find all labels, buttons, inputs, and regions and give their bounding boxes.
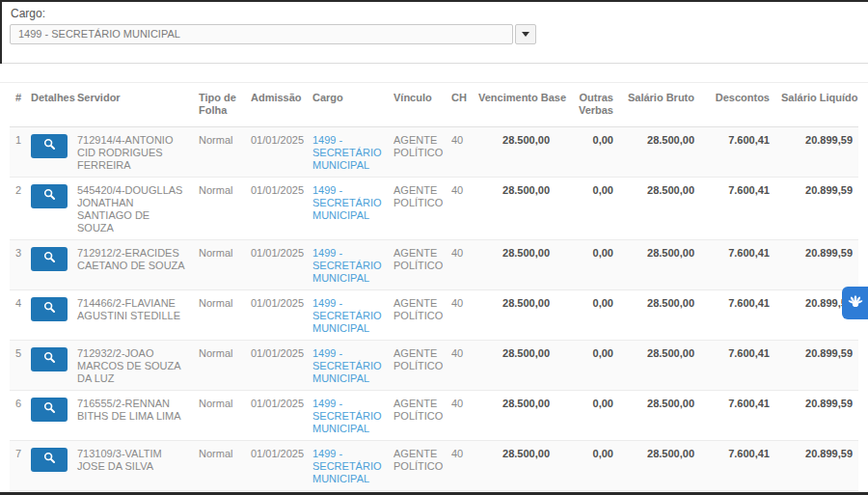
row-number: 5 [10,340,25,390]
cell-admissao: 01/01/2025 [245,390,307,440]
cell-detalhes [25,340,71,390]
details-button[interactable] [31,247,68,271]
details-button[interactable] [31,347,68,371]
cell-admissao: 01/01/2025 [245,239,307,289]
cell-servidor: 712914/4-ANTONIO CID RODRIGUES FERREIRA [71,126,193,177]
details-button[interactable] [31,398,68,422]
cargo-select-arrow-button[interactable] [515,24,536,44]
cell-vinculo: AGENTE POLÍTICO [388,440,446,490]
cell-detalhes [25,239,71,289]
col-header-ch: CH [446,83,473,126]
cargo-link[interactable]: 1499 - SECRETÁRIO MUNICIPAL [312,398,382,435]
col-header-admissao: Admissão [245,83,307,126]
cell-servidor: 545420/4-DOUGLLAS JONATHAN SANTIAGO DE S… [71,177,193,239]
cell-outras-verbas: 0,00 [556,126,619,177]
cell-tipo-folha: Normal [193,239,245,289]
col-header-detalhes: Detalhes [25,83,71,126]
details-button[interactable] [31,297,68,321]
cell-salario-liquido: 20.899,59 [775,177,858,239]
cell-salario-bruto: 28.500,00 [619,289,700,340]
caret-down-icon [522,32,529,37]
col-header-tipo-folha: Tipo de Folha [193,83,245,126]
table-body: 1 712914/4-ANTONIO CID RODRIGUES FERREIR… [10,126,858,490]
cell-salario-liquido: 20.899,59 [775,126,858,177]
cell-ch: 40 [446,239,473,289]
left-border-line [0,0,2,64]
cargo-link[interactable]: 1499 - SECRETÁRIO MUNICIPAL [312,184,382,222]
col-header-descontos: Descontos [700,83,775,126]
cell-cargo: 1499 - SECRETÁRIO MUNICIPAL [307,126,388,177]
row-number: 1 [10,126,25,177]
cell-cargo: 1499 - SECRETÁRIO MUNICIPAL [307,177,388,239]
details-button[interactable] [31,184,68,208]
col-header-cargo: Cargo [307,83,388,126]
magnifier-icon [43,351,56,367]
cell-tipo-folha: Normal [193,177,245,239]
cell-salario-bruto: 28.500,00 [619,239,700,289]
payroll-table: # Detalhes Servidor Tipo de Folha Admiss… [10,83,858,495]
cell-servidor: 716555/2-RENNAN BITHS DE LIMA LIMA [71,390,193,440]
top-border-line [0,0,868,2]
filter-panel: Cargo: 1499 - SECRETÁRIO MUNICIPAL [0,0,868,64]
table-row: 1 712914/4-ANTONIO CID RODRIGUES FERREIR… [10,126,858,177]
cell-detalhes [25,289,71,340]
cargo-link[interactable]: 1499 - SECRETÁRIO MUNICIPAL [312,134,382,172]
cell-admissao: 01/01/2025 [245,177,307,239]
magnifier-icon [43,188,56,204]
table-header: # Detalhes Servidor Tipo de Folha Admiss… [10,83,858,126]
cargo-link[interactable]: 1499 - SECRETÁRIO MUNICIPAL [312,448,382,485]
cell-admissao: 01/01/2025 [245,289,307,340]
col-header-vinculo: Vínculo [388,83,446,126]
cell-vinculo: AGENTE POLÍTICO [388,177,446,239]
cell-admissao: 01/01/2025 [245,126,307,177]
table-row: 6 716555/2-RENNAN BITHS DE LIMA LIMA Nor… [10,390,858,440]
magnifier-icon [43,452,56,467]
cell-admissao: 01/01/2025 [245,340,307,390]
cell-outras-verbas: 0,00 [556,390,619,440]
cargo-select[interactable]: 1499 - SECRETÁRIO MUNICIPAL [10,24,536,44]
cargo-link[interactable]: 1499 - SECRETÁRIO MUNICIPAL [312,347,382,385]
cell-detalhes [25,177,71,239]
cell-detalhes [25,390,71,440]
details-button[interactable] [31,448,68,472]
cell-servidor: 712912/2-ERACIDES CAETANO DE SOUZA [71,239,193,289]
cell-vencimento-base: 28.500,00 [473,289,556,340]
row-number: 6 [10,390,25,440]
cell-descontos: 7.600,41 [700,239,775,289]
cell-tipo-folha: Normal [193,390,245,440]
cell-tipo-folha: Normal [193,289,245,340]
cell-vencimento-base: 28.500,00 [473,340,556,390]
cell-vinculo: AGENTE POLÍTICO [388,390,446,440]
cell-salario-bruto: 28.500,00 [619,390,700,440]
col-header-vencimento-base: Vencimento Base [473,83,556,126]
cargo-filter-label: Cargo: [11,7,858,20]
cell-servidor: 712932/2-JOAO MARCOS DE SOUZA DA LUZ [71,340,193,390]
cell-outras-verbas: 0,00 [556,340,619,390]
cell-outras-verbas: 0,00 [556,440,619,490]
vlibras-accessibility-button[interactable] [842,287,868,319]
cell-vinculo: AGENTE POLÍTICO [388,239,446,289]
cell-salario-liquido: 20.899,59 [775,340,858,390]
cell-salario-bruto: 28.500,00 [619,126,700,177]
cargo-link[interactable]: 1499 - SECRETÁRIO MUNICIPAL [312,297,382,335]
table-row: 4 714466/2-FLAVIANE AGUSTINI STEDILLE No… [10,289,858,340]
cell-detalhes [25,440,71,490]
col-header-salario-bruto: Salário Bruto [619,83,700,126]
cargo-select-value[interactable]: 1499 - SECRETÁRIO MUNICIPAL [10,24,513,44]
cell-admissao: 01/01/2025 [245,440,307,490]
magnifier-icon [43,301,56,316]
cell-salario-bruto: 28.500,00 [619,440,700,490]
cell-vencimento-base: 28.500,00 [473,390,556,440]
cell-cargo: 1499 - SECRETÁRIO MUNICIPAL [307,440,388,490]
cell-salario-bruto: 28.500,00 [619,177,700,239]
cell-servidor: 713109/3-VALTIM JOSE DA SILVA [71,440,193,490]
cell-ch: 40 [446,289,473,340]
payroll-table-container: # Detalhes Servidor Tipo de Folha Admiss… [0,82,868,495]
details-button[interactable] [31,134,68,158]
cell-salario-liquido: 20.899,59 [775,440,858,490]
cell-cargo: 1499 - SECRETÁRIO MUNICIPAL [307,340,388,390]
cell-ch: 40 [446,126,473,177]
magnifier-icon [43,138,56,153]
cargo-link[interactable]: 1499 - SECRETÁRIO MUNICIPAL [312,247,382,285]
cell-ch: 40 [446,177,473,239]
